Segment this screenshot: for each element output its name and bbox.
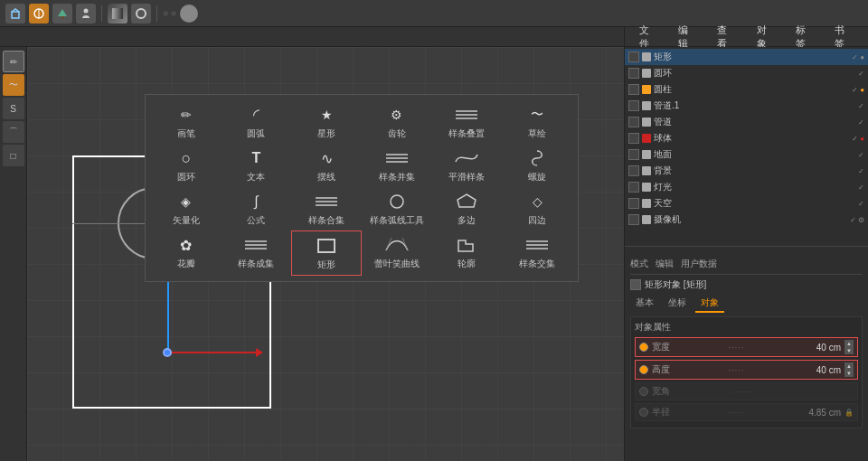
dd-item-outline[interactable]: 轮廓 (432, 230, 503, 276)
tab-basic[interactable]: 基本 (630, 295, 659, 313)
dd-item-brush[interactable]: ✏ 画笔 (151, 100, 222, 144)
obj-name-sphere: 球体 (654, 132, 849, 145)
height-up[interactable]: ▲ (844, 362, 854, 370)
obj-check-icon[interactable]: ✓ (852, 53, 858, 61)
obj-check-icon-cylinder[interactable]: ✓ (852, 86, 858, 94)
obj-row-cylinder[interactable]: 圆柱 ✓ ● (625, 81, 868, 98)
width-up[interactable]: ▲ (844, 340, 854, 347)
width-spinner[interactable]: ▲ ▼ (844, 340, 854, 354)
obj-row-bg[interactable]: 背景 ✓ (625, 163, 868, 179)
width-down[interactable]: ▼ (844, 347, 854, 354)
obj-check-icon-camera[interactable]: ✓ (850, 216, 856, 224)
dd-label-cycloid: 摆线 (317, 171, 335, 183)
obj-row-rect[interactable]: 矩形 ✓ ● (625, 49, 868, 65)
tool-rect[interactable]: □ (3, 145, 24, 166)
obj-checkbox-light[interactable] (628, 182, 639, 193)
brush-icon[interactable] (29, 4, 49, 24)
dd-item-rect[interactable]: 矩形 (291, 230, 362, 276)
obj-name-pipe: 管道 (654, 116, 855, 128)
dd-item-spline-diff[interactable]: 样条交集 (502, 230, 572, 276)
obj-checkbox-ground[interactable] (628, 149, 639, 160)
obj-dot-icon-cylinder[interactable]: ● (860, 86, 864, 94)
dd-item-petal[interactable]: ✿ 花瓣 (151, 230, 222, 276)
dd-item-formula[interactable]: ∫ 公式 (222, 187, 292, 230)
obj-check-icon-sky[interactable]: ✓ (858, 200, 864, 208)
obj-row-pipe[interactable]: 管道 ✓ (625, 114, 868, 130)
dd-item-smooth-spline[interactable]: 平滑样条 (432, 144, 503, 187)
tab-object[interactable]: 对象 (695, 295, 724, 313)
spline-union-icon (383, 147, 410, 169)
tree-icon[interactable] (52, 4, 72, 24)
obj-dot-icon[interactable]: ● (860, 53, 864, 61)
obj-check-icon-ring[interactable]: ✓ (858, 70, 864, 78)
dd-item-spline-intersect[interactable]: 样条合集 (291, 187, 362, 230)
dd-item-quad[interactable]: ◇ 四边 (502, 187, 572, 230)
obj-row-sky[interactable]: 天空 ✓ (625, 195, 868, 212)
obj-checkbox-camera[interactable] (628, 214, 639, 225)
height-spinner[interactable]: ▲ ▼ (844, 362, 854, 377)
gradient-icon[interactable] (108, 4, 127, 24)
person-icon[interactable] (76, 4, 96, 24)
obj-check-icon-ground[interactable]: ✓ (858, 151, 864, 159)
mode-tab-edit[interactable]: 编辑 (656, 258, 674, 270)
obj-checkbox-bg[interactable] (628, 165, 639, 176)
attr-radio-height[interactable] (639, 365, 648, 374)
attr-row-height[interactable]: 高度 · · · · · 40 cm ▲ ▼ (635, 360, 858, 380)
dd-item-text[interactable]: T 文本 (222, 144, 292, 187)
dd-item-arc[interactable]: ◜ 圆弧 (222, 100, 292, 144)
tool-sketch[interactable]: 〜 (3, 74, 24, 96)
obj-row-sphere[interactable]: 球体 ✓ ● (625, 130, 868, 146)
circle-icon[interactable] (131, 4, 151, 24)
object-type-label: 矩形对象 [矩形] (645, 278, 706, 291)
dd-item-bezier[interactable]: 蕾叶笑曲线 (362, 230, 432, 276)
obj-check-icon-pipe[interactable]: ✓ (858, 118, 864, 127)
obj-row-pipe1[interactable]: 管道.1 ✓ (625, 98, 868, 114)
dd-item-spline-cross[interactable]: 样条成集 (222, 230, 292, 276)
dd-item-polygon[interactable]: 多边 (432, 187, 503, 230)
obj-check-icon-light[interactable]: ✓ (858, 183, 864, 192)
dd-item-spline-stack[interactable]: 样条叠置 (432, 100, 503, 144)
record-button[interactable] (180, 5, 198, 23)
obj-row-light[interactable]: 灯光 ✓ (625, 179, 868, 195)
height-down[interactable]: ▼ (844, 370, 854, 377)
rect-dd-icon (313, 235, 340, 257)
dd-item-sketch[interactable]: 〜 草绘 (502, 100, 572, 144)
tab-coords[interactable]: 坐标 (663, 295, 692, 313)
obj-checkbox-cylinder[interactable] (628, 84, 639, 95)
obj-row-camera[interactable]: 摄像机 ✓ ⚙ (625, 212, 868, 228)
obj-row-ground[interactable]: 地面 ✓ (625, 146, 868, 163)
object-list: 矩形 ✓ ● 圆环 ✓ 圆柱 ✓ ● (625, 47, 868, 246)
obj-check-icon-pipe1[interactable]: ✓ (858, 102, 864, 110)
tool-smooth[interactable]: S (3, 98, 24, 119)
dd-item-spline-arc-tool[interactable]: 样条弧线工具 (362, 187, 432, 230)
obj-dot-icon-sphere[interactable]: ● (860, 135, 864, 143)
obj-checkbox-pipe[interactable] (628, 117, 639, 127)
obj-checkbox-sky[interactable] (628, 198, 639, 209)
obj-checkbox-sphere[interactable] (628, 133, 639, 144)
attr-radio-width[interactable] (639, 343, 648, 352)
obj-color-camera (642, 215, 651, 224)
attr-row-width[interactable]: 宽度 · · · · · 40 cm ▲ ▼ (635, 337, 858, 357)
tool-spline[interactable]: ⌒ (3, 121, 24, 143)
obj-color-pipe1 (642, 101, 651, 110)
dd-item-helix[interactable]: 螺旋 (502, 144, 572, 187)
obj-checkbox-rect[interactable] (628, 52, 639, 62)
obj-check-icon-sphere[interactable]: ✓ (852, 135, 858, 143)
dd-item-star[interactable]: ★ 星形 (291, 100, 362, 144)
dd-item-circle-ring[interactable]: ○ 圆环 (151, 144, 222, 187)
mode-tab-userdata[interactable]: 用户数据 (681, 258, 717, 270)
obj-row-ring[interactable]: 圆环 ✓ (625, 65, 868, 81)
mode-tab-mode[interactable]: 模式 (630, 258, 648, 270)
obj-checkbox-ring[interactable] (628, 68, 639, 79)
tool-pen[interactable]: ✏ (3, 51, 24, 72)
svg-rect-4 (61, 16, 63, 19)
obj-gear-icon-camera[interactable]: ⚙ (858, 216, 864, 224)
obj-checkbox-pipe1[interactable] (628, 100, 639, 111)
cube-icon[interactable] (5, 4, 25, 24)
dd-item-spline-union[interactable]: 样条并集 (362, 144, 432, 187)
dd-item-cycloid[interactable]: ∿ 摆线 (291, 144, 362, 187)
dd-item-vectorize[interactable]: ◈ 矢量化 (151, 187, 222, 230)
obj-enable-checkbox[interactable] (630, 279, 641, 290)
dd-item-gear[interactable]: ⚙ 齿轮 (362, 100, 432, 144)
obj-check-icon-bg[interactable]: ✓ (858, 167, 864, 175)
